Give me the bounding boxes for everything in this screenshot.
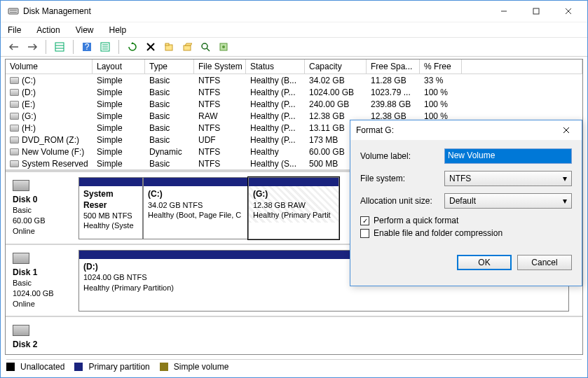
forward-button[interactable] — [25, 39, 40, 55]
drive-icon — [10, 148, 19, 155]
action-icon[interactable] — [216, 39, 231, 55]
close-button[interactable] — [552, 1, 584, 21]
svg-rect-4 — [533, 8, 539, 14]
drive-icon — [10, 160, 19, 167]
disk-icon — [13, 253, 29, 264]
svg-rect-1 — [10, 10, 17, 10]
filesystem-label: File system: — [360, 174, 444, 183]
svg-point-24 — [222, 46, 225, 48]
svg-rect-2 — [10, 12, 17, 13]
view-list-icon[interactable] — [52, 39, 67, 55]
drive-icon — [10, 113, 19, 120]
back-button[interactable] — [6, 39, 22, 55]
svg-rect-0 — [8, 8, 18, 14]
menu-file[interactable]: File — [5, 24, 24, 36]
ok-button[interactable]: OK — [457, 255, 512, 270]
svg-point-21 — [202, 43, 207, 49]
drive-icon — [10, 125, 19, 132]
quick-format-checkbox[interactable]: ✓ Perform a quick format — [360, 216, 572, 225]
maximize-button[interactable] — [520, 1, 552, 21]
properties-icon[interactable] — [161, 39, 177, 55]
col-capacity[interactable]: Capacity — [305, 59, 367, 74]
disk-label[interactable]: Disk 1Basic1024.00 GBOnline — [6, 250, 78, 312]
drive-icon — [10, 77, 19, 84]
legend-primary-icon — [74, 363, 83, 371]
legend-unallocated-icon — [6, 363, 15, 371]
svg-rect-7 — [55, 43, 64, 51]
svg-rect-19 — [165, 43, 169, 46]
allocation-select[interactable]: Default▾ — [444, 193, 572, 209]
dialog-close-button[interactable] — [556, 121, 576, 139]
col-type[interactable]: Type — [145, 59, 194, 74]
toolbar: ? — [1, 37, 587, 57]
drive-icon — [10, 89, 19, 96]
col-layout[interactable]: Layout — [93, 59, 145, 74]
dialog-title: Format G: — [356, 125, 556, 135]
app-icon — [8, 6, 19, 17]
volume-row[interactable]: (C:)SimpleBasicNTFSHealthy (B...34.02 GB… — [6, 74, 582, 86]
open-icon[interactable] — [179, 39, 195, 55]
svg-rect-20 — [184, 46, 191, 50]
disk-row: Disk 2 — [6, 317, 582, 354]
partition[interactable]: (G:)12.38 GB RAWHealthy (Primary Partit — [248, 177, 339, 239]
partition[interactable]: (C:)34.02 GB NTFSHealthy (Boot, Page Fil… — [143, 177, 248, 239]
volume-label-input[interactable]: New Volume — [444, 148, 572, 164]
disk-icon — [13, 180, 29, 191]
table-header: Volume Layout Type File System Status Ca… — [6, 59, 582, 74]
checkbox-checked-icon: ✓ — [360, 216, 369, 225]
volume-label-label: Volume label: — [360, 151, 444, 161]
menu-help[interactable]: Help — [107, 24, 130, 36]
checkbox-unchecked-icon — [360, 229, 369, 238]
help-icon[interactable]: ? — [79, 39, 95, 55]
menu-action[interactable]: Action — [34, 24, 62, 36]
disk-label[interactable]: Disk 0Basic60.00 GBOnline — [6, 177, 78, 239]
svg-line-22 — [207, 48, 210, 51]
legend-simple: Simple volume — [174, 362, 229, 372]
find-icon[interactable] — [198, 39, 213, 55]
volume-row[interactable]: (D:)SimpleBasicNTFSHealthy (P...1024.00 … — [6, 86, 582, 98]
legend: Unallocated Primary partition Simple vol… — [6, 359, 582, 373]
format-dialog: Format G: Volume label: New Volume File … — [350, 120, 582, 286]
cancel-button[interactable]: Cancel — [517, 255, 572, 270]
legend-simple-icon — [160, 363, 168, 371]
col-filesystem[interactable]: File System — [194, 59, 246, 74]
titlebar: Disk Management — [1, 1, 587, 22]
allocation-label: Allocation unit size: — [360, 196, 444, 206]
chevron-down-icon: ▾ — [563, 196, 567, 206]
filesystem-select[interactable]: NTFS▾ — [444, 171, 572, 186]
window-title: Disk Management — [23, 6, 488, 16]
menubar: File Action View Help — [1, 22, 587, 37]
settings-list-icon[interactable] — [97, 39, 113, 55]
disk-icon — [13, 325, 29, 336]
legend-primary: Primary partition — [88, 362, 149, 372]
drive-icon — [10, 136, 19, 144]
minimize-button[interactable] — [488, 1, 520, 21]
compression-checkbox[interactable]: Enable file and folder compression — [360, 228, 572, 238]
col-status[interactable]: Status — [246, 59, 305, 74]
legend-unallocated: Unallocated — [20, 362, 64, 372]
partition[interactable]: System Reser500 MB NTFSHealthy (Syste — [78, 177, 143, 239]
col-free[interactable]: Free Spa... — [367, 59, 420, 74]
menu-view[interactable]: View — [73, 24, 97, 36]
disk-label[interactable]: Disk 2 — [6, 322, 78, 354]
drive-icon — [10, 101, 19, 108]
chevron-down-icon: ▾ — [563, 174, 567, 183]
svg-text:?: ? — [85, 42, 90, 52]
dialog-titlebar: Format G: — [350, 120, 582, 140]
delete-icon[interactable] — [143, 39, 158, 55]
col-pctfree[interactable]: % Free — [420, 59, 462, 74]
refresh-icon[interactable] — [125, 39, 140, 55]
col-volume[interactable]: Volume — [6, 59, 93, 74]
disk-management-window: Disk Management File Action View Help ? … — [0, 0, 588, 378]
volume-row[interactable]: (E:)SimpleBasicNTFSHealthy (P...240.00 G… — [6, 98, 582, 110]
